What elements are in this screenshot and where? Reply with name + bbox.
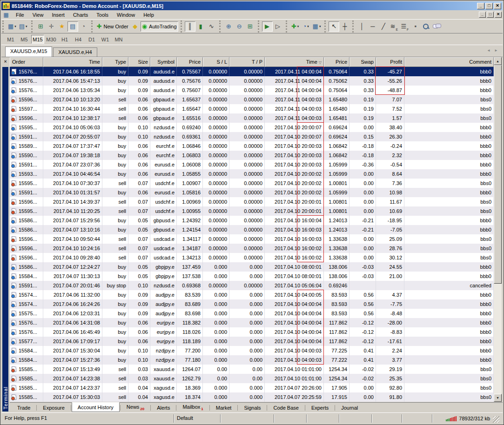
zoom-in-button[interactable]: ⊕ [223,21,234,32]
terminal-button[interactable]: ▤ [67,21,78,32]
table-row[interactable]: 15574...2017.04.06 16:24:26buy0.09audjpy… [10,299,494,309]
mdi-restore-button[interactable]: □ [487,12,494,18]
column-header-price-5[interactable]: Price [177,57,203,67]
table-row[interactable]: 15590...2017.04.07 19:38:18buy0.06eurchf… [10,151,494,160]
templates-button[interactable]: ▦▾ [311,21,323,32]
table-row[interactable]: 15584...2017.04.07 11:30:13buy0.05gbpjpy… [10,272,494,281]
timeframe-h4[interactable]: H4 [72,35,85,44]
table-row[interactable]: 15576...2017.04.06 15:47:13buy0.09audusd… [10,76,494,86]
table-row[interactable]: 15596...2017.04.10 09:50:44sell0.07usdca… [10,234,494,244]
chart-tab-1[interactable]: XAUUSD.e,H4 [53,47,97,57]
indicators-button[interactable]: ✚▾ [290,21,301,32]
table-row[interactable]: 15595...2017.04.10 11:20:25sell0.07usdch… [10,206,494,216]
timeframe-m1[interactable]: M1 [4,35,17,44]
data-window-button[interactable]: ✛ [46,21,57,32]
menu-item-insert[interactable]: Insert [47,11,69,19]
scrollbar-thumb[interactable] [494,65,502,284]
minimize-button[interactable]: _ [477,3,484,9]
tile-windows-button[interactable]: ⊞ [245,21,255,32]
vertical-line-button[interactable]: │ [356,21,367,32]
table-row[interactable]: 15595...2017.04.10 05:06:03buy0.10nzdusd… [10,123,494,132]
terminal-tab-alerts[interactable]: Alerts [151,404,175,412]
status-profile[interactable]: Default [174,414,221,423]
timeframe-h1[interactable]: H1 [58,35,71,44]
timeframe-d1[interactable]: D1 [85,35,98,44]
menu-item-charts[interactable]: Charts [69,11,92,19]
table-row[interactable]: 15586...2017.04.07 15:29:56buy0.05gbpusd… [10,216,494,225]
table-row[interactable]: 15596...2017.04.10 12:38:17sell0.06gbpau… [10,113,494,123]
table-row[interactable]: 15597...2017.04.10 16:30:44sell0.06gbpau… [10,104,494,113]
navigator-button[interactable]: ★ [57,21,67,32]
table-row[interactable]: 15586...2017.04.07 12:24:27buy0.05gbpjpy… [10,262,494,272]
column-header-price-9[interactable]: Price [324,57,349,67]
terminal-tab-exposure[interactable]: Exposure [37,404,70,412]
arrows-button[interactable]: ▪ [410,21,421,32]
terminal-title-strip[interactable]: Terminal [2,67,8,412]
candlestick-chart-button[interactable]: ▮ [195,21,206,32]
menu-item-tools[interactable]: Tools [92,11,113,19]
table-row[interactable]: 15585...2017.04.07 15:13:49sell0.03xauus… [10,365,494,374]
resize-grip[interactable] [493,416,499,423]
cursor-button[interactable]: ↖ [329,21,339,32]
timeframe-mn[interactable]: MN [112,35,125,44]
table-row[interactable]: 15596...2017.04.10 10:24:16sell0.07usdca… [10,244,494,253]
column-header-type-2[interactable]: Type [102,57,128,67]
table-row[interactable]: 15591...2017.04.10 01:31:57buy0.06eurusd… [10,188,494,197]
strategy-tester-button[interactable]: ◔ [78,21,89,32]
close-button[interactable]: ✕ [494,3,501,9]
search-symbol-button[interactable] [421,21,431,32]
new-order-button[interactable]: ✚New Order [95,21,130,32]
horizontal-line-button[interactable]: ─ [367,21,378,32]
timeframe-m5[interactable]: M5 [18,35,31,44]
market-watch-button[interactable]: ⊞ [35,21,46,32]
fibonacci-button[interactable]: ☰F [399,21,410,32]
table-row[interactable]: 15576...2017.04.06 16:45:49buy0.06eurjpy… [10,327,494,337]
table-row[interactable]: 15596...2017.04.10 10:13:20sell0.06gbpau… [10,95,494,104]
terminal-tab-signals[interactable]: Signals [238,404,266,412]
column-header-symbol-4[interactable]: Symbol [150,57,177,67]
line-chart-button[interactable]: ∿ [206,21,217,32]
auto-scroll-button[interactable]: ▶ [262,21,273,32]
table-row[interactable]: 15575...2017.04.06 12:03:31buy0.09audjpy… [10,309,494,318]
table-row[interactable]: 15591...2017.04.07 23:07:36buy0.06eurusd… [10,160,494,169]
table-row[interactable]: 15586...2017.04.07 13:10:16buy0.05gbpusd… [10,225,494,234]
chat-button[interactable] [431,21,443,32]
column-header-sl-6[interactable]: S / L [203,57,229,67]
column-header-order-0[interactable]: Order [10,57,43,67]
chart-shift-button[interactable]: ▷ [273,21,283,32]
crosshair-button[interactable]: ┼ [339,21,350,32]
profiles-button[interactable]: ▤▾ [18,21,29,32]
table-row[interactable]: 15596...2017.04.10 14:39:37sell0.07usdch… [10,197,494,206]
terminal-tab-market[interactable]: Market [210,404,237,412]
metaeditor-button[interactable]: ◆ [130,21,141,32]
zoom-out-button[interactable]: ⊖ [234,21,245,32]
mdi-close-button[interactable]: ✕ [495,12,502,18]
table-row[interactable]: 15591...2017.04.07 20:01:46buy stop0.10n… [10,281,494,290]
table-row[interactable]: 15576...2017.04.06 16:18:55buy0.09audusd… [10,67,494,76]
menu-item-file[interactable]: File [12,11,28,19]
terminal-tab-journal[interactable]: Journal [336,404,363,412]
table-row[interactable]: 15596...2017.04.10 09:28:40sell0.07usdca… [10,253,494,262]
mdi-minimize-button[interactable]: _ [479,12,486,18]
tab-scroll-right-button[interactable]: ► [492,47,500,54]
table-row[interactable]: 15584...2017.04.07 15:27:36buy0.10nzdjpy… [10,355,494,365]
table-row[interactable]: 15576...2017.04.06 14:31:08buy0.06eurjpy… [10,318,494,327]
maximize-button[interactable]: □ [485,3,493,9]
column-header-tp-7[interactable]: T / P [229,57,265,67]
terminal-tab-trade[interactable]: Trade [12,404,36,412]
terminal-close-icon[interactable]: ✕ [2,59,8,65]
timeframe-w1[interactable]: W1 [99,35,112,44]
new-chart-button[interactable]: ▦▾ [7,21,18,32]
column-header-comment-12[interactable]: Comment [404,57,494,67]
trendline-button[interactable]: ╱ [378,21,389,32]
column-header-time-8[interactable]: Time▽ [265,57,324,67]
bar-chart-button[interactable]: ║ [185,21,195,32]
table-row[interactable]: 15595...2017.04.10 07:30:37sell0.07usdch… [10,179,494,188]
timeframe-m30[interactable]: M30 [45,35,58,44]
chart-tab-0[interactable]: XAUUSD.e,M15 [5,46,52,57]
table-row[interactable]: 15593...2017.04.10 04:46:54buy0.06eurusd… [10,169,494,179]
autotrading-button[interactable]: ◉AutoTrading [141,21,178,32]
table-row[interactable]: 15585...2017.04.07 14:23:38sell0.03xauus… [10,374,494,383]
tab-scroll-left-button[interactable]: ◄ [485,47,492,54]
scroll-down-icon[interactable]: ▼ [494,394,502,402]
